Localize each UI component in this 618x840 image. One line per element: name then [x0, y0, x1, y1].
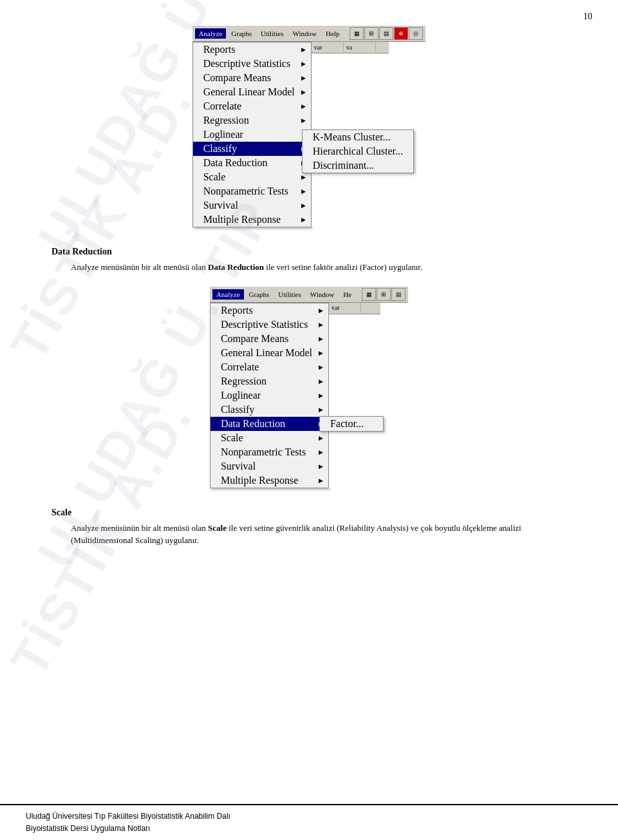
menu-multiple-response-2[interactable]: Multiple Response▶ [211, 473, 328, 488]
menu-nonparam-1[interactable]: Nonparametric Tests▶ [193, 184, 311, 198]
menu-regression-1[interactable]: Regression▶ [193, 113, 311, 128]
menu-correlate-1[interactable]: Correlate▶ [193, 99, 311, 113]
analyze-menu-2[interactable]: Analyze [212, 289, 244, 300]
toolbar-btn-5[interactable]: ◎ [409, 27, 423, 40]
menu-loglinear-1[interactable]: Loglinear [193, 128, 311, 142]
toolbar-btn-3[interactable]: ▤ [379, 27, 393, 40]
toolbar-btn-2-3[interactable]: ▤ [391, 288, 406, 301]
help-menu[interactable]: Help [322, 28, 343, 39]
screenshot1: Analyze Graphs Utilities Window Help ▦ ⊞… [192, 26, 426, 227]
menu-bar-2[interactable]: Analyze Graphs Utilities Window He ▦ ⊞ ▤ [210, 287, 408, 303]
page-footer: Uludağ Üniversitesi Tıp Fakültesi Biyois… [0, 804, 618, 840]
menu-scale-1[interactable]: Scale▶ [193, 170, 311, 184]
menu-classify-1[interactable]: Classify▶ [193, 142, 311, 156]
menu-reports-1[interactable]: Reports▶ [193, 43, 311, 57]
screenshot2-container: Analyze Graphs Utilities Window He ▦ ⊞ ▤… [52, 287, 566, 488]
toolbar-btn-2[interactable]: ⊞ [364, 27, 379, 40]
factor-item[interactable]: Factor... [320, 417, 383, 431]
menu-glm-1[interactable]: General Linear Model▶ [193, 85, 311, 99]
section1-body: Analyze menüsünün bir alt menüsü olan Da… [71, 261, 566, 274]
menu-survival-2[interactable]: Survival▶ [211, 459, 328, 473]
screenshot2-body: Reports▶ Descriptive Statistics▶ Compare… [210, 303, 408, 488]
kmeans-item[interactable]: K-Means Cluster... [303, 130, 413, 144]
screenshot2-right: var [329, 303, 380, 488]
menu-survival-1[interactable]: Survival▶ [193, 198, 311, 213]
page-content: Analyze Graphs Utilities Window Help ▦ ⊞… [0, 0, 618, 573]
toolbar-btn-4[interactable]: ⊕ [394, 27, 408, 40]
menu-compare-means-1[interactable]: Compare Means▶ [193, 71, 311, 85]
section2-body: Analyze menüsünün bir alt menüsü olan Sc… [71, 522, 566, 547]
screenshot1-container: Analyze Graphs Utilities Window Help ▦ ⊞… [52, 26, 566, 227]
menu-bar-1[interactable]: Analyze Graphs Utilities Window Help ▦ ⊞… [192, 26, 426, 42]
screenshot2: Analyze Graphs Utilities Window He ▦ ⊞ ▤… [210, 287, 408, 488]
menu-glm-2[interactable]: General Linear Model▶ [211, 346, 328, 360]
menu-data-reduction-2[interactable]: Data Reduction▶ [211, 417, 328, 431]
section1-title: Data Reduction [52, 247, 566, 257]
window-menu[interactable]: Window [289, 28, 321, 39]
menu-classify-2[interactable]: Classify▶ [211, 403, 328, 417]
analyze-dropdown-1[interactable]: Reports▶ Descriptive Statistics▶ Compare… [192, 42, 312, 227]
menu-reports-2[interactable]: Reports▶ [211, 303, 328, 318]
analyze-menu[interactable]: Analyze [195, 28, 227, 39]
section1-body-text: Analyze menüsünün bir alt menüsü olan Da… [71, 262, 422, 272]
grid-header-va1: va [344, 42, 376, 52]
screenshot1-body: Reports▶ Descriptive Statistics▶ Compare… [192, 42, 426, 227]
classify-submenu[interactable]: K-Means Cluster... Hierarchical Cluster.… [302, 129, 414, 173]
hierarchical-item[interactable]: Hierarchical Cluster... [303, 144, 413, 158]
graphs-menu[interactable]: Graphs [227, 28, 256, 39]
menu-correlate-2[interactable]: Correlate▶ [211, 360, 328, 374]
grid-header-var1: var [312, 42, 344, 52]
menu-multiple-response-1[interactable]: Multiple Response▶ [193, 213, 311, 227]
utilities-menu-2[interactable]: Utilities [274, 289, 304, 300]
discriminant-item[interactable]: Discriminant... [303, 158, 413, 173]
toolbar-btn-2-2[interactable]: ⊞ [377, 288, 391, 301]
section2-body-text: Analyze menüsünün bir alt menüsü olan Sc… [71, 523, 521, 546]
menu-regression-2[interactable]: Regression▶ [211, 374, 328, 388]
menu-scale-2[interactable]: Scale▶ [211, 431, 328, 445]
help-menu-2[interactable]: He [339, 289, 355, 300]
menu-data-reduction-1[interactable]: Data Reduction▶ [193, 156, 311, 170]
toolbar-btn-1[interactable]: ▦ [350, 27, 364, 40]
footer-line2: Biyoistatistik Dersi Uygulama Notları [26, 823, 592, 835]
data-reduction-submenu[interactable]: Factor... [319, 416, 384, 432]
page-number: 10 [583, 12, 592, 22]
section2-title: Scale [52, 508, 566, 518]
menu-nonparam-2[interactable]: Nonparametric Tests▶ [211, 445, 328, 459]
grid-header-var2: var [329, 303, 361, 313]
utilities-menu[interactable]: Utilities [257, 28, 287, 39]
menu-desc-stats-1[interactable]: Descriptive Statistics▶ [193, 57, 311, 71]
graphs-menu-2[interactable]: Graphs [245, 289, 274, 300]
analyze-dropdown-2[interactable]: Reports▶ Descriptive Statistics▶ Compare… [210, 303, 329, 488]
footer-line1: Uludağ Üniversitesi Tıp Fakültesi Biyois… [26, 810, 592, 823]
menu-desc-stats-2[interactable]: Descriptive Statistics▶ [211, 318, 328, 332]
menu-loglinear-2[interactable]: Loglinear▶ [211, 388, 328, 403]
window-menu-2[interactable]: Window [306, 289, 338, 300]
menu-compare-means-2[interactable]: Compare Means▶ [211, 332, 328, 346]
toolbar-btn-2-1[interactable]: ▦ [362, 288, 376, 301]
